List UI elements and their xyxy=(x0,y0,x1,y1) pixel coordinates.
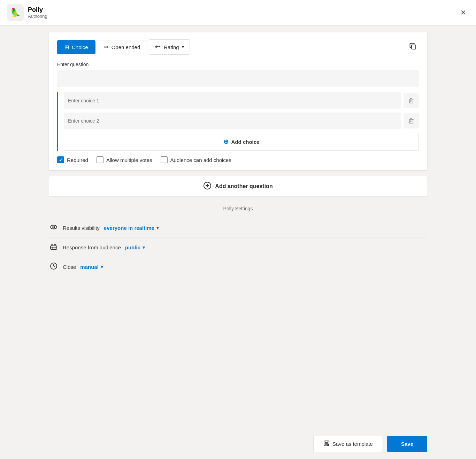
option-audience-add[interactable]: Audience can add choices xyxy=(161,156,231,163)
save-label: Save xyxy=(401,441,413,447)
svg-rect-9 xyxy=(410,118,412,119)
question-label: Enter question xyxy=(57,62,419,67)
results-visibility-value[interactable]: everyone in realtime ▾ xyxy=(104,225,159,231)
main-content: ⊞ Choice ✏ Open ended Rating xyxy=(0,25,476,429)
choice-input-1[interactable] xyxy=(64,92,401,109)
add-choice-icon: ⊕ xyxy=(223,138,229,146)
add-choice-label: Add choice xyxy=(231,139,260,145)
audience-icon xyxy=(49,243,59,252)
multiple-votes-label: Allow multiple votes xyxy=(106,157,152,163)
svg-point-2 xyxy=(159,46,160,47)
delete-choice-1-button[interactable] xyxy=(404,93,419,108)
results-visibility-label: Results visibility xyxy=(63,225,100,231)
tab-choice[interactable]: ⊞ Choice xyxy=(57,40,95,54)
close-label: Close xyxy=(63,264,76,270)
svg-point-1 xyxy=(157,46,159,47)
audience-add-checkbox[interactable] xyxy=(161,156,168,163)
svg-rect-3 xyxy=(412,45,416,49)
app-title: Polly xyxy=(28,6,47,14)
response-audience-label: Response from audience xyxy=(63,244,121,250)
tab-choice-label: Choice xyxy=(72,44,88,50)
option-required[interactable]: ✓ Required xyxy=(57,156,88,163)
tab-rating-label: Rating xyxy=(164,44,179,50)
save-template-label: Save as template xyxy=(332,441,373,447)
app-subtitle: Authoring xyxy=(28,14,47,19)
svg-rect-8 xyxy=(409,119,414,120)
tab-open-ended-label: Open ended xyxy=(112,44,140,50)
close-value[interactable]: manual ▾ xyxy=(80,264,103,270)
save-button[interactable]: Save xyxy=(387,436,427,452)
results-visibility-chevron: ▾ xyxy=(156,225,159,231)
multiple-votes-checkbox[interactable] xyxy=(97,156,103,163)
settings-row-results: Results visibility everyone in realtime … xyxy=(49,218,427,238)
choice-row-1 xyxy=(64,92,419,109)
app-logo: 🦜 xyxy=(7,4,24,21)
options-row: ✓ Required Allow multiple votes Audience… xyxy=(57,156,419,163)
svg-line-26 xyxy=(54,266,55,267)
save-template-button[interactable]: Save as template xyxy=(313,436,383,452)
settings-section: Polly Settings Results visibility everyo… xyxy=(49,202,427,280)
duplicate-button[interactable] xyxy=(407,40,419,54)
required-checkbox[interactable]: ✓ xyxy=(57,156,64,163)
check-icon: ✓ xyxy=(59,157,63,163)
svg-point-19 xyxy=(52,244,53,246)
settings-row-response: Response from audience public ▾ xyxy=(49,238,427,257)
question-input[interactable] xyxy=(57,70,419,87)
open-ended-icon: ✏ xyxy=(104,44,109,50)
close-chevron: ▾ xyxy=(101,264,103,270)
svg-rect-18 xyxy=(51,246,57,249)
choice-icon: ⊞ xyxy=(64,44,69,50)
add-choice-button[interactable]: ⊕ Add choice xyxy=(64,133,419,151)
choices-area: ⊕ Add choice xyxy=(57,92,419,151)
tab-open-ended[interactable]: ✏ Open ended xyxy=(97,40,148,54)
rating-icon xyxy=(155,43,161,51)
response-audience-chevron: ▾ xyxy=(143,245,145,250)
response-audience-value[interactable]: public ▾ xyxy=(125,244,145,250)
polly-logo-icon: 🦜 xyxy=(10,8,21,17)
audience-add-label: Audience can add choices xyxy=(170,157,231,163)
eye-icon xyxy=(49,223,59,233)
required-label: Required xyxy=(67,157,88,163)
tab-bar: ⊞ Choice ✏ Open ended Rating xyxy=(57,39,419,55)
choice-row-2 xyxy=(64,112,419,129)
delete-choice-2-button[interactable] xyxy=(404,113,419,129)
svg-rect-4 xyxy=(409,99,414,100)
dropdown-arrow-icon: ▾ xyxy=(182,45,184,49)
footer: Save as template Save xyxy=(0,429,476,459)
save-template-icon xyxy=(323,440,330,448)
svg-rect-5 xyxy=(410,98,412,99)
app-title-group: Polly Authoring xyxy=(28,6,47,19)
clock-icon xyxy=(49,262,59,272)
settings-title: Polly Settings xyxy=(49,206,427,211)
add-another-question-button[interactable]: Add another question xyxy=(49,176,427,197)
question-card: ⊞ Choice ✏ Open ended Rating xyxy=(49,32,427,170)
add-question-icon xyxy=(203,181,212,192)
close-button[interactable]: ✕ xyxy=(458,7,469,18)
option-multiple-votes[interactable]: Allow multiple votes xyxy=(97,156,152,163)
svg-point-17 xyxy=(53,227,54,227)
choice-input-2[interactable] xyxy=(64,112,401,129)
tab-rating[interactable]: Rating ▾ xyxy=(149,39,190,55)
app-header: 🦜 Polly Authoring ✕ xyxy=(0,0,476,25)
add-question-label: Add another question xyxy=(215,183,272,189)
settings-row-close: Close manual ▾ xyxy=(49,257,427,277)
svg-point-20 xyxy=(54,244,56,246)
header-left: 🦜 Polly Authoring xyxy=(7,4,47,21)
